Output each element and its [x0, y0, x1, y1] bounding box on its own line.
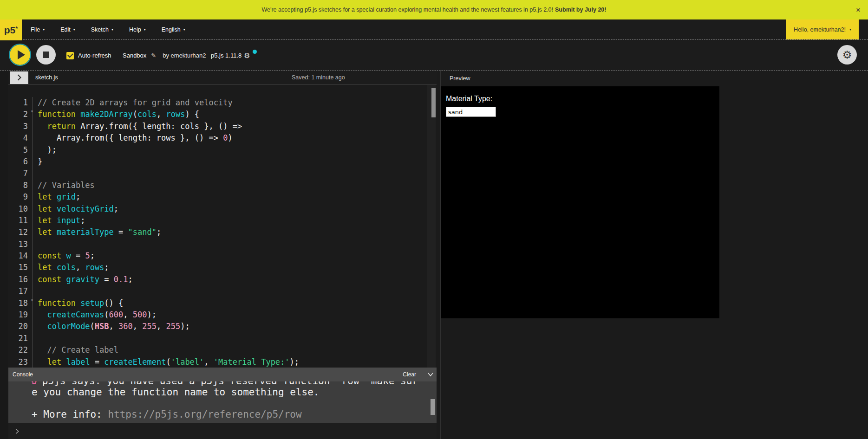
code-text [33, 333, 38, 344]
console-output[interactable]: ✿p5js says: you have used a p5js reserve… [8, 381, 437, 423]
code-line[interactable]: 19 createCanvas(600, 500); [8, 309, 437, 321]
auto-refresh-checkbox[interactable] [66, 52, 74, 59]
code-text: colorMode(HSB, 360, 255, 255); [33, 321, 190, 332]
console-header[interactable]: Console Clear [8, 368, 437, 381]
code-line[interactable]: 9let grid; [8, 191, 437, 203]
editor-scrollbar-track [427, 85, 436, 368]
line-number: 6 [8, 156, 33, 168]
code-line[interactable]: 12let materialType = "sand"; [8, 226, 437, 238]
edit-pencil-icon[interactable]: ✎ [151, 52, 156, 59]
logo-text: p5 [4, 25, 16, 36]
code-line[interactable]: 1// Create 2D arrays for grid and veloci… [8, 97, 437, 109]
code-line[interactable]: 4 Array.from({ length: rows }, () => 0) [8, 132, 437, 144]
code-line[interactable]: 2▾function make2DArray(cols, rows) { [8, 109, 437, 120]
code-text: // Create label [33, 344, 118, 356]
code-line[interactable]: 13 [8, 239, 437, 250]
code-line[interactable]: 11let input; [8, 215, 437, 226]
line-number: 20 [8, 321, 33, 332]
code-line[interactable]: 16const gravity = 0.1; [8, 274, 437, 285]
chevron-down-icon: ▾ [849, 28, 851, 32]
fold-arrow-icon[interactable]: ▾ [31, 298, 33, 303]
chevron-down-icon: ▾ [144, 28, 146, 32]
code-text: // Variables [33, 180, 95, 191]
editor-tab-bar: sketch.js Saved: 1 minute ago [8, 71, 437, 85]
notification-dot [253, 50, 257, 54]
code-text: } [33, 156, 42, 168]
banner-message: We're accepting p5.js sketches for a spe… [262, 6, 554, 13]
code-line[interactable]: 18▾function setup() { [8, 297, 437, 309]
editor-pane: sketch.js Saved: 1 minute ago 1// Create… [8, 71, 437, 439]
project-name[interactable]: Sandbox [123, 52, 146, 59]
menu-language[interactable]: English▾ [162, 26, 185, 33]
code-editor[interactable]: 1// Create 2D arrays for grid and veloci… [8, 85, 437, 368]
banner-cta-link[interactable]: Submit by July 20! [555, 6, 606, 13]
tab-sketch-js[interactable]: sketch.js [35, 74, 58, 81]
console-prompt-row[interactable] [8, 423, 437, 439]
menu-help[interactable]: Help▾ [129, 26, 146, 33]
version-settings-gear-icon[interactable]: ⚙ [244, 52, 250, 60]
menu-edit[interactable]: Edit▾ [60, 26, 75, 33]
collapsed-file-panel [0, 71, 8, 439]
play-button[interactable] [10, 45, 30, 65]
console-collapse-button[interactable] [427, 371, 434, 378]
code-text: const w = 5; [33, 250, 95, 262]
code-line[interactable]: 14const w = 5; [8, 250, 437, 262]
menu-sketch[interactable]: Sketch▾ [91, 26, 113, 33]
code-line[interactable]: 21 [8, 333, 437, 344]
code-text: let input; [33, 215, 85, 226]
code-line[interactable]: 10let velocityGrid; [8, 203, 437, 215]
material-type-input[interactable] [446, 107, 496, 117]
chevron-right-icon [16, 74, 22, 81]
editor-scrollbar-thumb[interactable] [431, 88, 436, 117]
line-number: 5 [8, 144, 33, 156]
code-text [33, 239, 38, 250]
code-text [33, 285, 38, 297]
stop-icon [43, 52, 49, 58]
line-number: 10 [8, 203, 33, 215]
sidebar-expand-button[interactable] [10, 71, 28, 84]
code-text: Array.from({ length: rows }, () => 0) [33, 132, 233, 144]
code-text: let velocityGrid; [33, 203, 118, 215]
account-menu-button[interactable]: Hello, emekturhan2!▾ [786, 19, 859, 39]
code-line[interactable]: 17 [8, 285, 437, 297]
code-line[interactable]: 6} [8, 156, 437, 168]
preview-pane: Preview Material Type: [440, 71, 868, 439]
fold-arrow-icon[interactable]: ▾ [31, 109, 33, 114]
console-clear-button[interactable]: Clear [400, 371, 419, 378]
sketch-canvas[interactable]: Material Type: [441, 86, 719, 318]
settings-gear-button[interactable]: ⚙ [837, 45, 857, 65]
code-line[interactable]: 20 colorMode(HSB, 360, 255, 255); [8, 321, 437, 332]
preview-title: Preview [450, 75, 470, 82]
auto-refresh-label: Auto-refresh [78, 52, 111, 59]
console-scrollbar-thumb[interactable] [431, 399, 435, 415]
console-blank-line [32, 398, 437, 409]
code-text: let materialType = "sand"; [33, 226, 161, 238]
line-number: 18▾ [8, 297, 33, 309]
prompt-chevron-icon [14, 428, 20, 434]
gear-icon: ⚙ [842, 49, 852, 61]
reference-link[interactable]: https://p5js.org/reference/p5/row [108, 409, 301, 420]
chevron-down-icon: ▾ [111, 28, 113, 32]
code-line[interactable]: 3 return Array.from({ length: cols }, ()… [8, 121, 437, 132]
code-line[interactable]: 22 // Create label [8, 344, 437, 356]
code-text: let label = createElement('label', 'Mate… [33, 356, 299, 368]
line-number: 1 [8, 97, 33, 109]
console-title: Console [13, 371, 33, 378]
project-owner: by emekturhan2 [163, 52, 206, 59]
code-text: createCanvas(600, 500); [33, 309, 157, 321]
code-text: // Create 2D arrays for grid and velocit… [33, 97, 233, 109]
code-line[interactable]: 5 ); [8, 144, 437, 156]
code-line[interactable]: 7 [8, 168, 437, 179]
code-line[interactable]: 23 let label = createElement('label', 'M… [8, 356, 437, 368]
line-number: 8 [8, 180, 33, 191]
stop-button[interactable] [36, 45, 56, 65]
nav-bar: p5* File▾ Edit▾ Sketch▾ Help▾ English▾ H… [0, 19, 868, 39]
line-number: 19 [8, 309, 33, 321]
code-line[interactable]: 8// Variables [8, 180, 437, 191]
line-number: 11 [8, 215, 33, 226]
p5-logo[interactable]: p5* [0, 19, 22, 40]
line-number: 2▾ [8, 109, 33, 120]
menu-file[interactable]: File▾ [31, 26, 45, 33]
close-icon[interactable]: × [855, 5, 861, 15]
code-line[interactable]: 15let cols, rows; [8, 262, 437, 273]
